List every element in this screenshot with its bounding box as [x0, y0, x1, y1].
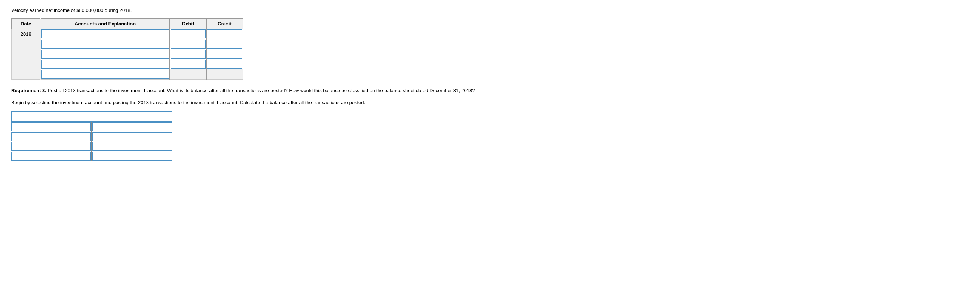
credit-header: Credit	[206, 19, 243, 29]
t-left-input-2[interactable]	[11, 132, 91, 141]
debit-input-cell-3	[170, 49, 206, 59]
t-account-section	[11, 111, 172, 161]
t-right-input-3[interactable]	[92, 142, 172, 151]
acct-input-1[interactable]	[41, 30, 169, 38]
debit-input-2[interactable]	[171, 40, 205, 49]
accounts-header: Accounts and Explanation	[41, 19, 170, 29]
acct-input-4[interactable]	[41, 60, 169, 69]
credit-input-cell-3	[206, 49, 243, 59]
date-cell: 2018	[11, 29, 41, 79]
t-left-input-3[interactable]	[11, 142, 91, 151]
credit-input-1[interactable]	[207, 30, 242, 38]
journal-entry-table: Date Accounts and Explanation Debit Cred…	[11, 18, 243, 79]
journal-row-5	[11, 70, 243, 79]
t-right-input-4[interactable]	[92, 152, 172, 160]
acct-input-cell-5	[41, 70, 170, 79]
t-right-row-3	[92, 142, 172, 151]
requirement-label: Requirement 3.	[11, 88, 46, 93]
acct-input-5[interactable]	[41, 70, 169, 79]
journal-row-3	[11, 49, 243, 59]
credit-input-cell-4	[206, 59, 243, 70]
t-right-row-4	[92, 152, 172, 160]
t-right-row-2	[92, 132, 172, 141]
debit-header: Debit	[170, 19, 206, 29]
debit-input-4[interactable]	[171, 60, 205, 69]
credit-input-4[interactable]	[207, 60, 242, 69]
acct-input-2[interactable]	[41, 40, 169, 49]
t-right-row-1	[92, 122, 172, 132]
t-account-right	[92, 122, 172, 161]
t-account-name-input[interactable]	[11, 111, 172, 122]
requirement-paragraph: Requirement 3. Post all 2018 transaction…	[11, 87, 969, 94]
credit-input-cell-2	[206, 39, 243, 49]
acct-input-cell-1	[41, 29, 170, 39]
journal-row-4	[11, 59, 243, 70]
t-left-input-4[interactable]	[11, 152, 91, 160]
begin-text: Begin by selecting the investment accoun…	[11, 99, 969, 106]
acct-input-cell-3	[41, 49, 170, 59]
journal-row-2	[11, 39, 243, 49]
t-right-input-2[interactable]	[92, 132, 172, 141]
t-left-row-1	[11, 122, 91, 132]
credit-cell-5-grey	[206, 70, 243, 79]
credit-input-3[interactable]	[207, 50, 242, 59]
debit-input-cell-1	[170, 29, 206, 39]
journal-row-1: 2018	[11, 29, 243, 39]
credit-input-2[interactable]	[207, 40, 242, 49]
t-left-row-2	[11, 132, 91, 141]
t-account-left	[11, 122, 91, 161]
date-header: Date	[11, 19, 41, 29]
t-account-body	[11, 122, 172, 161]
debit-input-3[interactable]	[171, 50, 205, 59]
acct-input-cell-2	[41, 39, 170, 49]
credit-input-cell-1	[206, 29, 243, 39]
acct-input-cell-4	[41, 59, 170, 70]
debit-cell-5-grey	[170, 70, 206, 79]
requirement-text: Post all 2018 transactions to the invest…	[46, 88, 475, 93]
debit-input-cell-4	[170, 59, 206, 70]
debit-input-1[interactable]	[171, 30, 205, 38]
intro-text: Velocity earned net income of $80,000,00…	[11, 8, 969, 13]
acct-input-3[interactable]	[41, 50, 169, 59]
debit-input-cell-2	[170, 39, 206, 49]
t-left-row-4	[11, 152, 91, 160]
t-left-row-3	[11, 142, 91, 151]
t-right-input-1[interactable]	[92, 122, 172, 132]
t-left-input-1[interactable]	[11, 122, 91, 132]
